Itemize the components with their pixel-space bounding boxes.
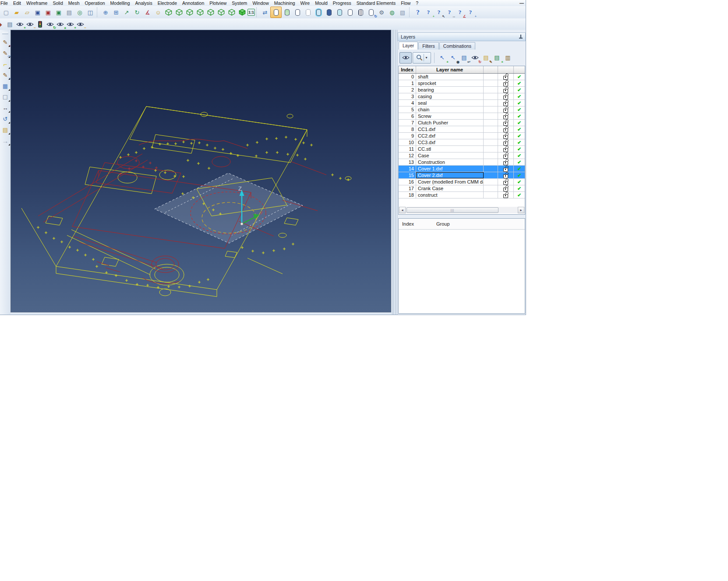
bottom-view-icon[interactable] — [226, 7, 237, 18]
iso-view-icon[interactable] — [163, 7, 174, 18]
layer-row[interactable]: 7 Clutch Pusher ✔ — [399, 120, 525, 126]
column-header-blank[interactable] — [484, 66, 498, 73]
menu-item[interactable]: Solid — [50, 0, 65, 6]
horizontal-scrollbar[interactable]: ◂ ||| ▸ — [399, 207, 524, 213]
unlocked-icon[interactable] — [503, 161, 508, 165]
menu-item[interactable]: Mesh — [66, 0, 82, 6]
show-entities-icon[interactable]: + — [15, 19, 25, 29]
refresh-visibility-icon[interactable]: ↻ — [45, 19, 55, 29]
layer-row[interactable]: 4 seal ✔ — [399, 100, 525, 106]
menu-item[interactable]: Annotation — [180, 0, 207, 6]
tab-filters[interactable]: Filters — [418, 42, 439, 50]
pin-icon[interactable] — [518, 35, 523, 39]
column-header-visible[interactable] — [514, 66, 525, 73]
unlocked-icon[interactable] — [503, 181, 508, 185]
menu-item[interactable]: Progress — [330, 0, 354, 6]
column-header-group[interactable]: Group — [436, 221, 525, 227]
layer-row[interactable]: 15 Cover 2.dxf ✔ — [399, 172, 525, 179]
panel-splitter[interactable] — [391, 30, 398, 315]
help-measure-icon[interactable]: ?↔ — [444, 7, 455, 18]
visible-check-icon[interactable]: ✔ — [517, 101, 521, 106]
hide-all-icon[interactable]: − — [75, 19, 85, 29]
print-icon[interactable]: ▤ — [64, 7, 74, 18]
unlocked-icon[interactable] — [503, 82, 508, 86]
rotate-view-icon[interactable]: ↻ — [132, 7, 142, 18]
shaded-view-icon[interactable]: ☺ — [153, 7, 163, 18]
swap-visibility-icon[interactable]: ± — [55, 19, 65, 29]
edit-spline-tool[interactable]: ✎≈ — [1, 70, 10, 80]
unlocked-icon[interactable] — [503, 89, 508, 93]
zoom-window-icon[interactable]: ⊞ — [111, 7, 121, 18]
pan-icon[interactable]: ↗ — [121, 7, 132, 18]
web-settings-icon[interactable]: ◍ — [387, 7, 397, 18]
layer-row[interactable]: 5 chain ✔ — [399, 106, 525, 113]
menu-item[interactable]: Mould — [312, 0, 330, 6]
edit-point-tool[interactable]: ✎× — [1, 37, 10, 47]
solid-tool[interactable]: ◻ — [1, 92, 10, 102]
visible-check-icon[interactable]: ✔ — [517, 173, 521, 178]
new-file-icon[interactable]: ▢ — [1, 7, 11, 18]
layer-row[interactable]: 16 Cover (modelled From CMM dat ✔ — [399, 179, 525, 185]
new-layer-icon[interactable]: ▤+ — [491, 53, 502, 63]
help-add-icon[interactable]: ?+ — [423, 7, 434, 18]
help-icon[interactable]: ? — [413, 7, 423, 18]
menu-item[interactable]: Analysis — [133, 0, 155, 6]
unlocked-icon[interactable] — [503, 96, 508, 99]
entity-filter-icon[interactable] — [35, 19, 45, 29]
layer-row[interactable]: 13 Construction ✔ — [399, 159, 525, 166]
visible-check-icon[interactable]: ✔ — [517, 88, 521, 92]
menu-item[interactable]: Wire — [298, 0, 313, 6]
layer-row[interactable]: 2 bearing ✔ — [399, 87, 525, 93]
layer-row[interactable]: 17 Crank Case ✔ — [399, 185, 525, 192]
layer-row[interactable]: 10 CC3.dxf ✔ — [399, 139, 525, 146]
viewport-3d[interactable]: Z y — [11, 30, 391, 312]
scroll-right-arrow[interactable]: ▸ — [518, 207, 524, 213]
open-folder-icon[interactable]: ▰ — [11, 7, 22, 18]
menu-item[interactable]: Plotview — [207, 0, 229, 6]
menu-item[interactable]: File — [0, 0, 11, 6]
unlocked-icon[interactable] — [503, 122, 508, 126]
analysis-tool[interactable]: ↺ — [1, 114, 10, 124]
menu-item[interactable]: Machining — [272, 0, 298, 6]
right-view-icon[interactable] — [205, 7, 216, 18]
visible-check-icon[interactable]: ✔ — [517, 167, 521, 171]
visible-check-icon[interactable]: ✔ — [517, 114, 521, 119]
layer-row[interactable]: 0 shaft ✔ — [399, 74, 525, 80]
toolbar-grip[interactable] — [2, 32, 8, 34]
select-visible-icon[interactable]: ↖◉ — [448, 53, 459, 63]
cam-tool[interactable]: ▤ — [1, 125, 10, 135]
visible-check-icon[interactable]: ✔ — [517, 186, 521, 191]
context-arrow-tool[interactable]: → — [1, 136, 10, 145]
column-header-index[interactable]: Index — [399, 66, 416, 73]
scroll-left-arrow[interactable]: ◂ — [399, 207, 406, 213]
zoom-in-icon[interactable]: ⊕ — [100, 7, 111, 18]
find-layer-button[interactable]: ▾ — [413, 52, 431, 64]
scrollbar-thumb[interactable]: ||| — [406, 207, 498, 213]
menu-item[interactable]: Electrode — [155, 0, 180, 6]
edit-layer-icon[interactable]: ▤✎ — [481, 53, 491, 63]
menu-item[interactable]: System — [229, 0, 250, 6]
show-all-icon[interactable]: + — [65, 19, 75, 29]
layer-row[interactable]: 3 casing ✔ — [399, 93, 525, 100]
layer-row[interactable]: 12 Case ✔ — [399, 152, 525, 159]
dimension-tool[interactable]: ↔ — [1, 103, 10, 113]
visible-check-icon[interactable]: ✔ — [517, 120, 521, 125]
show-layer-entities-button[interactable] — [399, 52, 412, 64]
zoom-1-1-icon[interactable]: 1:1 — [247, 9, 255, 16]
transparent-mode-icon[interactable] — [334, 7, 345, 18]
menu-item[interactable]: Standard Elements — [354, 0, 398, 6]
snapshot-icon[interactable]: ▤ — [5, 19, 15, 29]
visible-check-icon[interactable]: ✔ — [517, 81, 521, 86]
unlocked-icon[interactable] — [503, 188, 508, 191]
menu-item[interactable]: Flow — [398, 0, 413, 6]
layer-row[interactable]: 9 CC2.dxf ✔ — [399, 133, 525, 139]
minimize-button[interactable]: — — [519, 1, 524, 6]
unlocked-icon[interactable] — [503, 76, 508, 80]
unlocked-icon[interactable] — [503, 174, 508, 178]
menu-item[interactable]: Edit — [11, 0, 24, 6]
regen-icon[interactable]: ⇄ — [260, 7, 270, 18]
view-axes-icon[interactable]: ∡ — [142, 7, 153, 18]
paste-layer-icon[interactable]: ▥ — [502, 53, 513, 63]
back-view-icon[interactable] — [184, 7, 195, 18]
unlocked-icon[interactable] — [503, 168, 508, 172]
